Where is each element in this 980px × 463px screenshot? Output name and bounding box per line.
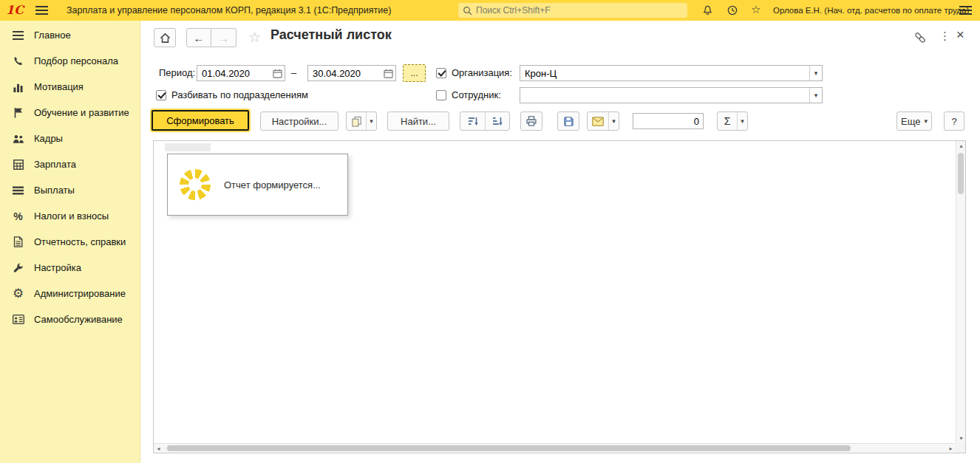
vertical-scrollbar[interactable]: ▴ ▾ [956, 141, 965, 443]
sidebar-item-administration[interactable]: ⚙ Администрирование [0, 281, 140, 306]
counter-input[interactable] [633, 114, 703, 128]
gear-icon: ⚙ [12, 288, 24, 300]
employee-label[interactable]: Сотрудник: [452, 87, 501, 103]
sidebar-item-label: Отчетность, справки [34, 236, 126, 247]
scroll-left-icon[interactable]: ◂ [154, 444, 163, 453]
more-actions-button[interactable]: Еще ▾ [896, 112, 932, 131]
sidebar-item-reports[interactable]: Отчетность, справки [0, 229, 140, 255]
scroll-up-icon[interactable]: ▴ [956, 141, 966, 151]
chevron-down-icon[interactable]: ▾ [366, 112, 376, 130]
help-button[interactable]: ? [944, 112, 964, 131]
sidebar-item-label: Администрирование [34, 288, 126, 299]
home-button[interactable] [154, 28, 176, 47]
sidebar-item-settings[interactable]: Настройка [0, 255, 140, 281]
sidebar-item-label: Самообслуживание [34, 314, 123, 325]
period-picker-button[interactable]: ... [403, 64, 426, 82]
app-title: Зарплата и управление персоналом КОРП, р… [67, 5, 391, 16]
wrench-icon [12, 262, 24, 274]
scroll-right-icon[interactable]: ▸ [946, 444, 956, 453]
get-link-icon[interactable] [913, 31, 927, 44]
employee-checkbox[interactable] [436, 90, 446, 100]
service-menu-icon[interactable] [959, 5, 973, 16]
breakdown-checkbox[interactable] [156, 90, 166, 100]
horizontal-scrollbar[interactable]: ◂ ▸ [154, 443, 956, 453]
sidebar-item-label: Подбор персонала [34, 55, 118, 66]
print-button[interactable] [520, 112, 542, 131]
current-user[interactable]: Орлова Е.Н. (Нач. отд. расчетов по оплат… [773, 6, 969, 15]
topbar: 1С Зарплата и управление персоналом КОРП… [0, 0, 980, 21]
forward-button[interactable]: → [211, 28, 237, 47]
scroll-down-icon[interactable]: ▾ [956, 433, 966, 443]
sidebar-item-label: Налоги и взносы [34, 210, 109, 222]
printer-icon [525, 115, 537, 127]
sort-descending-icon[interactable] [460, 112, 485, 130]
period-label: Период: [159, 65, 195, 81]
sidebar-item-selfservice[interactable]: Самообслуживание [0, 306, 140, 332]
sidebar-item-training[interactable]: Обучение и развитие [0, 100, 140, 126]
date-to-field[interactable]: 30.04.2020 [307, 65, 396, 81]
main-area: ← → ☆ Расчетный листок ⋮ × Период: 01.04… [140, 21, 980, 463]
global-search[interactable] [458, 3, 687, 18]
horizontal-scroll-thumb[interactable] [167, 445, 851, 451]
counter-field[interactable] [633, 113, 704, 129]
generate-report-button[interactable]: Сформировать [152, 110, 249, 131]
favorite-star-icon[interactable]: ☆ [248, 29, 261, 46]
sidebar-item-recruiting[interactable]: Подбор персонала [0, 48, 140, 74]
save-button[interactable] [557, 112, 579, 131]
back-button[interactable]: ← [186, 28, 211, 47]
send-email-split-button[interactable]: ▾ [587, 112, 619, 131]
people-icon [12, 133, 24, 145]
badge-card-icon [12, 314, 24, 326]
breakdown-label[interactable]: Разбивать по подразделениям [171, 87, 308, 103]
sort-buttons-group [460, 112, 510, 131]
find-button[interactable]: Найти... [387, 112, 449, 131]
vertical-scroll-thumb[interactable] [958, 153, 964, 194]
organization-combo[interactable]: Крон-Ц ▾ [520, 65, 823, 81]
employee-combo[interactable]: ▾ [520, 87, 823, 103]
notifications-bell-icon[interactable] [701, 4, 714, 17]
search-input[interactable] [476, 5, 683, 16]
chevron-down-icon[interactable]: ▾ [809, 88, 822, 103]
search-icon [463, 6, 472, 16]
percent-icon: % [12, 210, 24, 222]
more-menu-kebab-icon[interactable]: ⋮ [939, 30, 950, 43]
sidebar-item-salary[interactable]: Зарплата [0, 151, 140, 177]
sidebar-item-motivation[interactable]: Мотивация [0, 74, 140, 100]
date-from-value: 01.04.2020 [197, 68, 270, 79]
loading-spinner-icon [180, 169, 211, 200]
chevron-down-icon[interactable]: ▾ [809, 66, 822, 80]
sidebar-item-taxes[interactable]: % Налоги и взносы [0, 203, 140, 229]
app-window: 1С Зарплата и управление персоналом КОРП… [0, 0, 980, 463]
favorites-star-icon[interactable]: ☆ [751, 3, 760, 16]
chevron-down-icon[interactable]: ▾ [608, 112, 619, 130]
sidebar-item-payments[interactable]: Выплаты [0, 177, 140, 203]
organization-checkbox[interactable] [436, 68, 446, 78]
chevron-down-icon[interactable]: ▾ [737, 112, 747, 130]
report-variants-split-button[interactable]: ▾ [346, 112, 377, 131]
nav-history-group: ← → [186, 28, 237, 47]
sidebar-item-main[interactable]: Главное [0, 22, 140, 48]
chevron-down-icon: ▾ [924, 117, 928, 125]
floppy-disk-icon [563, 116, 574, 127]
settings-button[interactable]: Настройки... [260, 112, 338, 131]
sum-sigma-split-button[interactable]: Σ ▾ [717, 112, 748, 131]
sidebar-item-label: Мотивация [34, 81, 84, 92]
calendar-icon[interactable] [381, 66, 395, 80]
document-icon [12, 236, 24, 248]
sidebar-item-hr[interactable]: Кадры [0, 126, 140, 151]
sort-ascending-icon[interactable] [485, 112, 509, 130]
copy-icon [347, 116, 366, 127]
main-menu-icon[interactable] [35, 5, 49, 16]
calculator-grid-icon [12, 159, 24, 171]
history-icon[interactable] [726, 4, 739, 17]
date-to-value: 30.04.2020 [308, 68, 381, 79]
date-from-field[interactable]: 01.04.2020 [197, 65, 285, 81]
section-sidebar: Главное Подбор персонала Мотивация Обуче… [0, 21, 140, 463]
sidebar-item-label: Главное [34, 30, 71, 41]
sidebar-item-label: Зарплата [34, 159, 76, 170]
organization-label[interactable]: Организация: [452, 65, 512, 81]
calendar-icon[interactable] [270, 66, 285, 80]
sidebar-item-label: Кадры [34, 133, 63, 144]
1c-logo: 1С [6, 3, 24, 17]
close-icon[interactable]: × [956, 27, 964, 43]
